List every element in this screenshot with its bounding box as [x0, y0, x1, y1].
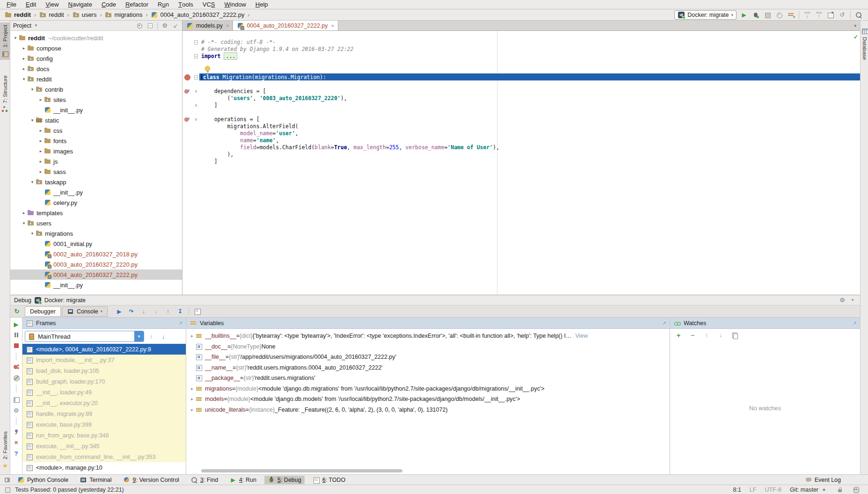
run-configuration-combo[interactable]: Docker: migrate ▾	[674, 10, 737, 20]
fold-marker[interactable]	[193, 40, 199, 44]
watches-action-icon[interactable]	[689, 332, 696, 339]
debugger-action-icon[interactable]	[13, 342, 20, 349]
variable-row[interactable]: models = {module} <module 'django.db.mod…	[186, 394, 670, 405]
project-toolbar-icon[interactable]	[146, 22, 154, 29]
variable-row[interactable]: __doc__ = {NoneType} None	[186, 341, 670, 352]
gutter[interactable]	[182, 66, 193, 73]
gutter[interactable]	[182, 45, 193, 52]
menu-item[interactable]: Run	[153, 1, 174, 8]
variable-row[interactable]: unicode_literals = {instance} _Feature: …	[186, 405, 670, 415]
debugger-action-icon[interactable]	[13, 396, 20, 403]
frame-row[interactable]: execute_from_command_line, __init__.py:3…	[22, 451, 186, 462]
menu-item[interactable]: VCS	[198, 1, 220, 8]
toolbar-icon[interactable]	[815, 11, 823, 19]
tree-item[interactable]: __init__.py	[10, 105, 182, 115]
frame-row[interactable]: execute, __init__.py:345	[22, 441, 186, 451]
tool-window-button[interactable]: 3: Find	[187, 476, 221, 484]
step-icon[interactable]	[194, 308, 201, 315]
menu-item[interactable]: Navigate	[64, 1, 97, 8]
tree-item[interactable]: docs	[10, 64, 182, 74]
tree-item[interactable]: migrations	[10, 228, 182, 239]
tool-window-button[interactable]: 4: Run	[226, 476, 260, 484]
fold-marker[interactable]	[193, 89, 199, 94]
expand-arrow-icon[interactable]	[189, 386, 195, 391]
tree-item[interactable]: taskapp	[10, 177, 182, 187]
gutter[interactable]	[182, 80, 193, 87]
expand-arrow-icon[interactable]	[37, 128, 44, 133]
frame-row[interactable]: execute, base.py:399	[22, 419, 186, 430]
debugger-action-icon[interactable]	[13, 407, 20, 414]
view-link[interactable]: View	[575, 333, 588, 339]
gutter[interactable]	[182, 109, 193, 116]
tree-item[interactable]: __init__.py	[10, 280, 182, 290]
expand-arrow-icon[interactable]	[29, 231, 36, 236]
toolbar-icon[interactable]	[775, 11, 783, 19]
tree-item[interactable]: compose	[10, 43, 182, 53]
gear-icon[interactable]	[839, 297, 846, 304]
expand-arrow-icon[interactable]	[37, 169, 44, 174]
thread-combo[interactable]: MainThread ▼	[25, 331, 144, 342]
step-icon[interactable]	[140, 308, 147, 315]
float-panel-icon[interactable]: ↗	[853, 320, 857, 326]
tree-item[interactable]: reddit	[10, 74, 182, 84]
debugger-action-icon[interactable]	[13, 374, 20, 382]
branch-arrows-icon[interactable]	[820, 486, 828, 494]
watches-action-icon[interactable]	[675, 332, 682, 339]
toolbar-icon[interactable]	[787, 11, 795, 19]
debugger-action-icon[interactable]	[13, 450, 20, 457]
expand-arrow-icon[interactable]	[21, 221, 27, 225]
tree-item[interactable]: css	[10, 125, 182, 136]
breadcrumb-item[interactable]: reddit	[4, 11, 32, 19]
project-toolbar-icon[interactable]	[136, 22, 143, 29]
step-icon[interactable]	[128, 308, 135, 315]
expand-arrow-icon[interactable]	[37, 159, 44, 164]
tool-window-switcher-icon[interactable]	[4, 476, 11, 484]
expand-arrow-icon[interactable]	[29, 118, 36, 123]
frame-row[interactable]: __init__, executor.py:20	[22, 398, 186, 408]
gutter[interactable]	[182, 38, 193, 45]
tree-item[interactable]: static	[10, 115, 182, 125]
step-icon[interactable]	[189, 308, 189, 315]
breadcrumb-item[interactable]: migrations	[104, 11, 143, 19]
tree-item[interactable]: 0001_initial.py	[10, 239, 182, 249]
event-log-button[interactable]: Event Log	[815, 477, 841, 483]
tree-item[interactable]: sass	[10, 167, 182, 177]
tree-item[interactable]: reddit ~/cookiecutter/reddit	[10, 33, 182, 43]
hide-panel-icon[interactable]	[849, 297, 856, 304]
debugger-action-icon[interactable]	[13, 331, 20, 339]
next-frame-icon[interactable]: ↓	[158, 331, 168, 341]
breadcrumb-item[interactable]: users	[72, 11, 98, 19]
watches-action-icon[interactable]	[731, 332, 738, 339]
step-icon[interactable]	[176, 308, 184, 315]
tree-item[interactable]: images	[10, 146, 182, 156]
gutter[interactable]	[182, 151, 193, 158]
gutter[interactable]	[182, 102, 193, 109]
breadcrumb-item[interactable]: 0004_auto_20160327_2222.py	[150, 11, 245, 19]
debugger-action-icon[interactable]	[13, 363, 20, 371]
float-panel-icon[interactable]: ↗	[179, 320, 182, 326]
menu-item[interactable]: Help	[251, 1, 273, 8]
tree-item[interactable]: templates	[10, 208, 182, 218]
frame-row[interactable]: handle, migrate.py:89	[22, 408, 186, 419]
frame-row[interactable]: <module>, manage.py:10	[22, 462, 186, 473]
tab-list-dropdown-icon[interactable]: ▾	[850, 21, 860, 30]
status-widget[interactable]: 8:1	[733, 487, 741, 493]
debugger-action-icon[interactable]	[13, 320, 20, 328]
fold-marker[interactable]	[193, 103, 199, 108]
variable-row[interactable]: __package__ = {str} 'reddit.users.migrat…	[186, 373, 670, 384]
editor-tab[interactable]: models.py ×	[182, 21, 233, 30]
tree-item[interactable]: contrib	[10, 84, 182, 94]
expand-arrow-icon[interactable]	[12, 36, 19, 40]
inspector-hector-icon[interactable]	[852, 486, 860, 494]
step-icon[interactable]	[164, 308, 172, 315]
expand-arrow-icon[interactable]	[37, 138, 44, 143]
tool-stripe-structure[interactable]: 7: Structure	[0, 73, 10, 115]
gutter[interactable]	[182, 130, 193, 137]
toolbar-icon[interactable]	[855, 11, 862, 19]
project-toolbar-icon[interactable]	[172, 22, 179, 29]
expand-arrow-icon[interactable]	[21, 77, 27, 81]
toolbar-icon[interactable]	[799, 11, 799, 19]
variable-row[interactable]: migrations = {module} <module 'django.db…	[186, 384, 670, 394]
gutter[interactable]	[182, 94, 193, 102]
menu-item[interactable]: Window	[220, 1, 251, 8]
